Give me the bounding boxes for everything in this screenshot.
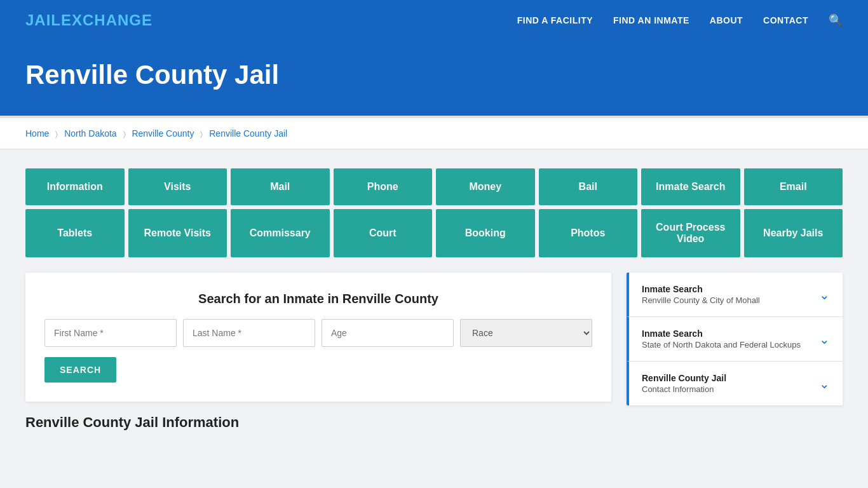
breadcrumb-home[interactable]: Home	[25, 128, 49, 139]
search-inputs-row: Race White Black Hispanic Asian Native A…	[44, 319, 592, 347]
logo[interactable]: JAILEXCHANGE	[25, 11, 153, 29]
logo-jail: JAIL	[25, 11, 61, 29]
btn-court[interactable]: Court	[334, 209, 433, 257]
breadcrumb-renville[interactable]: Renville County	[132, 128, 194, 139]
inmate-search-section: Search for an Inmate in Renville County …	[25, 273, 611, 402]
btn-booking[interactable]: Booking	[436, 209, 535, 257]
breadcrumb-sep-3: 〉	[200, 130, 203, 139]
breadcrumb-jail[interactable]: Renville County Jail	[209, 128, 287, 139]
first-name-input[interactable]	[44, 319, 177, 347]
sidebar-item-title-2: Inmate Search	[642, 329, 801, 339]
main-nav: FIND A FACILITY FIND AN INMATE ABOUT CON…	[517, 13, 843, 27]
left-column: Search for an Inmate in Renville County …	[25, 273, 611, 431]
breadcrumb-sep-2: 〉	[123, 130, 126, 139]
chevron-icon-3: ⌄	[819, 376, 830, 391]
sidebar-item-title-3: Renville County Jail	[642, 373, 726, 383]
btn-court-process-video[interactable]: Court Process Video	[641, 209, 740, 257]
nav-find-inmate[interactable]: FIND AN INMATE	[613, 15, 689, 25]
info-section: Renville County Jail Information	[25, 414, 611, 431]
btn-phone[interactable]: Phone	[334, 168, 433, 205]
search-icon[interactable]: 🔍	[829, 13, 843, 27]
chevron-icon-2: ⌄	[819, 332, 830, 347]
btn-visits[interactable]: Visits	[128, 168, 227, 205]
btn-inmate-search[interactable]: Inmate Search	[641, 168, 740, 205]
breadcrumb: Home 〉 North Dakota 〉 Renville County 〉 …	[0, 118, 868, 149]
btn-photos[interactable]: Photos	[539, 209, 638, 257]
content-row: Search for an Inmate in Renville County …	[25, 273, 843, 431]
chevron-icon-1: ⌄	[819, 287, 830, 302]
sidebar: Inmate Search Renville County & City of …	[627, 273, 843, 407]
sidebar-inmate-search-state[interactable]: Inmate Search State of North Dakota and …	[627, 317, 843, 362]
nav-about[interactable]: ABOUT	[710, 15, 743, 25]
nav-find-facility[interactable]: FIND A FACILITY	[517, 15, 593, 25]
age-input[interactable]	[322, 319, 454, 347]
hero-section: Renville County Jail	[0, 41, 868, 118]
btn-bail[interactable]: Bail	[539, 168, 638, 205]
search-button[interactable]: SEARCH	[44, 357, 116, 383]
page-title: Renville County Jail	[25, 60, 843, 90]
feature-buttons-grid: Information Visits Mail Phone Money Bail…	[25, 168, 843, 257]
last-name-input[interactable]	[183, 319, 315, 347]
main-content: Information Visits Mail Phone Money Bail…	[0, 149, 868, 450]
btn-nearby-jails[interactable]: Nearby Jails	[744, 209, 843, 257]
sidebar-item-title-1: Inmate Search	[642, 284, 760, 294]
info-title: Renville County Jail Information	[25, 414, 611, 431]
btn-information[interactable]: Information	[25, 168, 125, 205]
logo-exchange: EXCHANGE	[61, 11, 153, 29]
btn-mail[interactable]: Mail	[231, 168, 330, 205]
btn-remote-visits[interactable]: Remote Visits	[128, 209, 227, 257]
btn-email[interactable]: Email	[744, 168, 843, 205]
sidebar-item-sub-1: Renville County & City of Mohall	[642, 295, 760, 305]
header: JAILEXCHANGE FIND A FACILITY FIND AN INM…	[0, 0, 868, 41]
sidebar-card: Inmate Search Renville County & City of …	[627, 273, 843, 405]
sidebar-item-sub-3: Contact Information	[642, 384, 726, 394]
btn-money[interactable]: Money	[436, 168, 535, 205]
breadcrumb-nd[interactable]: North Dakota	[64, 128, 116, 139]
btn-tablets[interactable]: Tablets	[25, 209, 125, 257]
btn-commissary[interactable]: Commissary	[231, 209, 330, 257]
nav-contact[interactable]: CONTACT	[763, 15, 808, 25]
search-title: Search for an Inmate in Renville County	[44, 292, 592, 306]
sidebar-inmate-search-local[interactable]: Inmate Search Renville County & City of …	[627, 273, 843, 317]
race-select[interactable]: Race White Black Hispanic Asian Native A…	[460, 319, 592, 347]
sidebar-contact-info[interactable]: Renville County Jail Contact Information…	[627, 362, 843, 405]
sidebar-item-sub-2: State of North Dakota and Federal Lockup…	[642, 340, 801, 349]
breadcrumb-sep-1: 〉	[55, 130, 58, 139]
